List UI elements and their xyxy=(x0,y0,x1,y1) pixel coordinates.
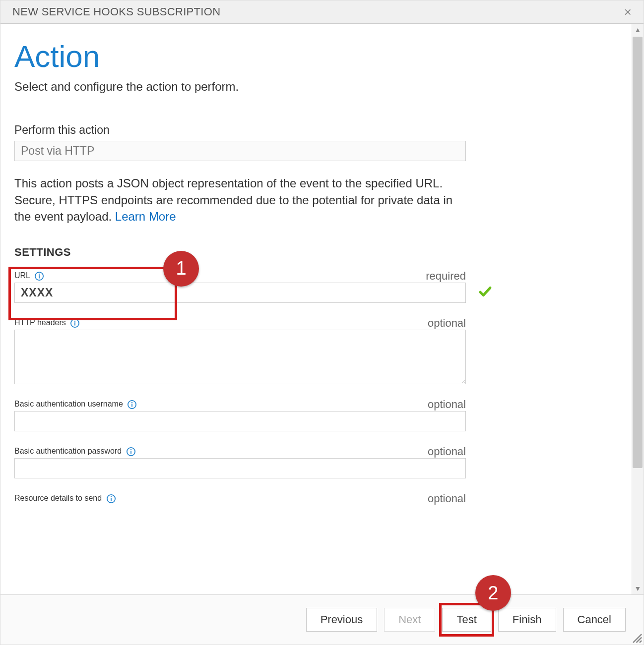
dialog-body-wrap: ▲ ▼ Action Select and configure the acti… xyxy=(0,24,644,594)
username-optional-hint: optional xyxy=(428,398,466,411)
scroll-thumb[interactable] xyxy=(633,37,643,468)
info-icon[interactable] xyxy=(70,318,80,328)
dialog-footer: Previous Next Test 2 Finish Cancel xyxy=(0,594,644,645)
info-icon[interactable] xyxy=(127,400,137,410)
cancel-button[interactable]: Cancel xyxy=(563,608,626,632)
svg-point-11 xyxy=(130,449,131,450)
scrollbar[interactable]: ▲ ▼ xyxy=(632,24,644,594)
resource-details-section: Resource details to send optional xyxy=(14,492,624,505)
svg-point-5 xyxy=(74,321,75,322)
url-required-hint: required xyxy=(426,270,466,283)
basic-auth-username-label: Basic authentication username xyxy=(14,400,123,408)
dialog: NEW SERVICE HOOKS SUBSCRIPTION × ▲ ▼ Act… xyxy=(0,0,644,645)
basic-auth-username-input[interactable] xyxy=(14,411,466,431)
dialog-title: NEW SERVICE HOOKS SUBSCRIPTION xyxy=(12,5,220,18)
url-label: URL xyxy=(14,271,30,280)
test-button[interactable]: Test xyxy=(442,608,491,632)
resource-details-label: Resource details to send xyxy=(14,494,102,502)
svg-point-14 xyxy=(110,496,111,497)
http-headers-input[interactable] xyxy=(14,330,466,384)
resize-grip-icon[interactable] xyxy=(630,631,643,644)
page-title: Action xyxy=(14,39,624,74)
previous-button[interactable]: Previous xyxy=(306,608,378,632)
svg-point-8 xyxy=(131,402,132,403)
action-description: This action posts a JSON object represen… xyxy=(14,175,471,225)
page-subtitle: Select and configure the action to perfo… xyxy=(14,80,624,94)
svg-line-17 xyxy=(640,641,642,643)
close-icon[interactable]: × xyxy=(624,5,632,18)
scroll-down-icon[interactable]: ▼ xyxy=(632,583,644,594)
info-icon[interactable] xyxy=(106,494,116,504)
svg-point-2 xyxy=(39,274,40,275)
url-input[interactable] xyxy=(14,283,466,303)
info-icon[interactable] xyxy=(126,447,136,457)
url-section: URL required 1 xyxy=(14,270,624,303)
headers-optional-hint: optional xyxy=(428,317,466,330)
perform-action-select[interactable]: Post via HTTP xyxy=(14,141,466,161)
basic-auth-password-label: Basic authentication password xyxy=(14,447,122,455)
password-optional-hint: optional xyxy=(428,445,466,458)
checkmark-icon xyxy=(478,284,493,301)
url-row xyxy=(14,283,501,303)
next-button[interactable]: Next xyxy=(384,608,435,632)
perform-action-label: Perform this action xyxy=(14,123,624,137)
action-description-text: This action posts a JSON object represen… xyxy=(14,176,452,223)
settings-heading: SETTINGS xyxy=(14,246,624,259)
info-icon[interactable] xyxy=(34,271,44,281)
basic-auth-password-input[interactable] xyxy=(14,458,466,478)
dialog-header: NEW SERVICE HOOKS SUBSCRIPTION × xyxy=(0,0,644,24)
scroll-up-icon[interactable]: ▲ xyxy=(632,24,644,36)
basic-auth-password-section: Basic authentication password optional xyxy=(14,445,624,478)
finish-button[interactable]: Finish xyxy=(498,608,556,632)
basic-auth-username-section: Basic authentication username optional xyxy=(14,398,624,431)
http-headers-label: HTTP headers xyxy=(14,318,66,327)
resource-details-optional-hint: optional xyxy=(428,492,466,505)
dialog-body: Action Select and configure the action t… xyxy=(0,24,644,594)
http-headers-section: HTTP headers optional xyxy=(14,317,624,384)
perform-action-section: Perform this action Post via HTTP xyxy=(14,123,624,161)
learn-more-link[interactable]: Learn More xyxy=(115,210,176,223)
